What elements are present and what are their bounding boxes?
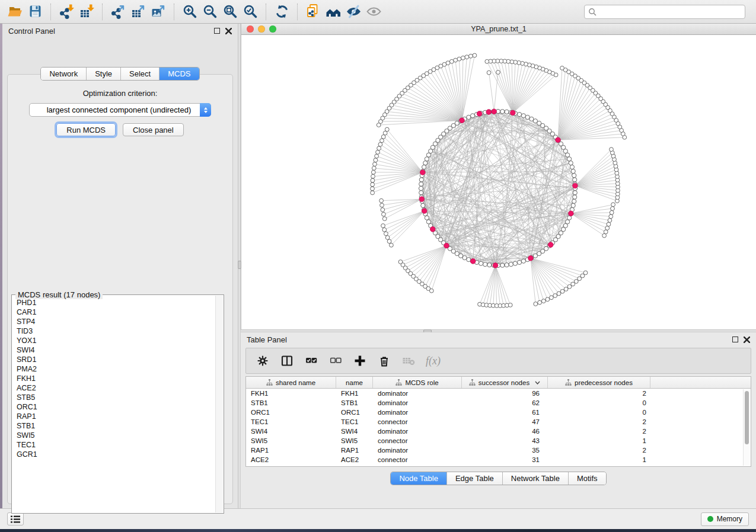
tab-node-table[interactable]: Node Table: [391, 472, 447, 485]
search-box[interactable]: [584, 5, 745, 19]
criterion-dropdown[interactable]: largest connected component (undirected): [29, 103, 211, 117]
mcds-result-list[interactable]: PHD1CAR1STP4TID3YOX1SWI4SRD1PMA2FKH1ACE2…: [12, 298, 215, 512]
dropdown-stepper-icon: [200, 103, 211, 117]
zoom-out-icon[interactable]: [200, 2, 220, 21]
cell-predecessor-nodes: 1: [548, 464, 650, 467]
mcds-result-item[interactable]: PHD1: [12, 298, 215, 307]
select-all-icon[interactable]: [304, 354, 318, 368]
memory-button[interactable]: Memory: [701, 512, 749, 526]
table-row[interactable]: FKH1FKH1dominator962: [246, 389, 751, 398]
add-icon[interactable]: [353, 354, 367, 368]
table-row[interactable]: STB1STB1dominator620: [246, 398, 751, 408]
column-header-predecessor-nodes[interactable]: predecessor nodes: [548, 377, 650, 388]
mcds-result-group: MCDS result (17 nodes) PHD1CAR1STP4TID3Y…: [11, 294, 224, 514]
table-panel-header: Table Panel: [241, 332, 756, 347]
column-header-shared-name[interactable]: shared name: [246, 377, 336, 388]
cell-shared-name: TEC1: [246, 417, 336, 427]
control-panel: Control Panel NetworkStyleSelectMCDS Opt…: [2, 24, 238, 508]
table-row[interactable]: SWI5SWI5connector431: [246, 436, 751, 446]
panel-selector-button[interactable]: [7, 512, 24, 525]
show-column-icon[interactable]: [280, 354, 294, 368]
close-panel-icon[interactable]: [225, 28, 232, 34]
control-panel-header: Control Panel: [2, 24, 238, 38]
tab-style[interactable]: Style: [87, 68, 121, 80]
mcds-result-scrollbar[interactable]: [215, 296, 223, 512]
tab-network[interactable]: Network: [41, 68, 87, 80]
column-type-icon: [266, 379, 273, 386]
table-toolbar: f(x): [245, 348, 751, 374]
mcds-result-item[interactable]: SWI4: [12, 345, 215, 355]
cell-predecessor-nodes: 0: [548, 398, 650, 408]
export-image-icon[interactable]: [148, 2, 168, 21]
cell-MCDS-role: connector: [373, 436, 462, 446]
search-input[interactable]: [599, 6, 741, 18]
tab-edge-table[interactable]: Edge Table: [447, 472, 503, 485]
cell-name: ORC1: [336, 408, 373, 417]
cell-predecessor-nodes: 1: [548, 436, 650, 446]
table-row[interactable]: TEC1TEC1connector472: [246, 417, 751, 427]
table-row[interactable]: ACE2ACE2connector311: [246, 455, 751, 464]
mcds-result-item[interactable]: FKH1: [12, 374, 215, 383]
table-row[interactable]: ORC1ORC1dominator610: [246, 408, 751, 417]
tab-motifs[interactable]: Motifs: [569, 472, 606, 485]
mcds-result-item[interactable]: YOX1: [12, 336, 215, 345]
table-row[interactable]: RAP1RAP1dominator352: [246, 446, 751, 455]
column-type-icon: [395, 379, 402, 386]
table-row[interactable]: YOX1YOX1connector291: [246, 464, 751, 467]
table-scrollbar[interactable]: [743, 389, 750, 466]
refresh-icon[interactable]: [272, 2, 292, 21]
mcds-result-item[interactable]: ORC1: [12, 402, 215, 412]
import-table-icon[interactable]: [76, 2, 97, 21]
hide-selected-icon[interactable]: [343, 2, 363, 21]
mcds-result-item[interactable]: ACE2: [12, 383, 215, 393]
column-header-name[interactable]: name: [336, 377, 373, 388]
save-session-icon[interactable]: [25, 2, 45, 21]
tab-select[interactable]: Select: [121, 68, 160, 80]
cell-successor-nodes: 43: [462, 436, 548, 446]
mcds-result-item[interactable]: GCR1: [12, 450, 215, 459]
float-panel-icon[interactable]: [214, 28, 220, 34]
mcds-result-item[interactable]: TID3: [12, 326, 215, 336]
run-mcds-button[interactable]: Run MCDS: [56, 123, 116, 136]
toolbar-separator: [102, 4, 103, 20]
cell-shared-name: SWI4: [246, 427, 336, 436]
mcds-result-item[interactable]: STB1: [12, 421, 215, 431]
table-float-panel-icon[interactable]: [732, 336, 738, 342]
toolbar-icon-groups: [5, 2, 384, 21]
node-table: shared namenameMCDS rolesuccessor nodesp…: [245, 376, 751, 467]
zoom-fit-icon[interactable]: [220, 2, 240, 21]
network-graph[interactable]: [241, 35, 756, 329]
mcds-result-item[interactable]: SRD1: [12, 355, 215, 364]
column-header-successor-nodes[interactable]: successor nodes: [462, 377, 548, 388]
network-window-titlebar[interactable]: YPA_prune.txt_1: [241, 24, 756, 35]
table-scrollbar-thumb[interactable]: [745, 391, 749, 444]
settings-icon[interactable]: [256, 354, 270, 368]
tab-network-table[interactable]: Network Table: [503, 472, 569, 485]
mcds-result-item[interactable]: CAR1: [12, 307, 215, 317]
table-row[interactable]: SWI4SWI4dominator462: [246, 427, 751, 436]
new-network-from-selection-icon[interactable]: [303, 2, 323, 21]
mcds-result-item[interactable]: TEC1: [12, 440, 215, 450]
mcds-result-item[interactable]: RAP1: [12, 412, 215, 421]
zoom-in-icon[interactable]: [180, 2, 200, 21]
export-table-icon[interactable]: [128, 2, 148, 21]
table-header-row: shared namenameMCDS rolesuccessor nodesp…: [246, 377, 751, 389]
table-close-panel-icon[interactable]: [744, 336, 750, 343]
zoom-selected-icon[interactable]: [240, 2, 260, 21]
close-panel-button[interactable]: Close panel: [123, 123, 184, 136]
cell-shared-name: ORC1: [246, 408, 336, 417]
delete-icon[interactable]: [377, 354, 391, 368]
mcds-result-item[interactable]: STB5: [12, 393, 215, 402]
export-network-icon[interactable]: [108, 2, 128, 21]
column-header-MCDS-role[interactable]: MCDS role: [373, 377, 462, 388]
mcds-result-item[interactable]: PMA2: [12, 364, 215, 374]
import-network-icon[interactable]: [56, 2, 76, 21]
mcds-result-item[interactable]: STP4: [12, 317, 215, 326]
deselect-all-icon[interactable]: [328, 354, 343, 368]
network-canvas[interactable]: [241, 35, 756, 329]
mcds-result-item[interactable]: SWI5: [12, 431, 215, 440]
open-file-icon[interactable]: [5, 2, 25, 21]
first-neighbors-icon[interactable]: [323, 2, 343, 21]
tab-mcds[interactable]: MCDS: [160, 68, 199, 80]
cell-shared-name: STB1: [246, 398, 336, 408]
